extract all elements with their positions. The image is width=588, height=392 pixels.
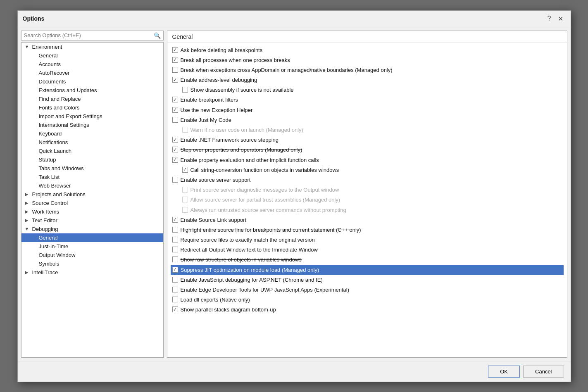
- tree-item-general-env[interactable]: General: [21, 51, 163, 60]
- checkbox-opt26[interactable]: [172, 297, 178, 302]
- tree-item-extensions-updates[interactable]: Extensions and Updates: [21, 86, 163, 95]
- tree-item-intellitrace[interactable]: ▶IntelliTrace: [21, 268, 163, 277]
- tree-item-just-in-time[interactable]: Just-In-Time: [21, 242, 163, 251]
- checkbox-opt7[interactable]: [172, 107, 178, 113]
- tree-item-find-replace[interactable]: Find and Replace: [21, 95, 163, 103]
- tree-label-debugging: Debugging: [32, 226, 58, 232]
- checkbox-opt27[interactable]: [172, 306, 178, 312]
- option-label-opt5: Show disassembly if source is not availa…: [190, 86, 294, 94]
- option-item-opt20[interactable]: Require source files to exactly match th…: [171, 235, 564, 245]
- option-item-opt14[interactable]: Enable source server support: [171, 175, 564, 185]
- checkbox-opt1[interactable]: [172, 47, 178, 53]
- tree-label-just-in-time: Just-In-Time: [39, 243, 69, 249]
- search-icon: 🔍: [154, 32, 161, 39]
- tree-item-accounts[interactable]: Accounts: [21, 60, 163, 69]
- tree-item-task-list[interactable]: Task List: [21, 173, 163, 181]
- checkbox-opt24[interactable]: [172, 277, 178, 283]
- checkbox-opt14[interactable]: [172, 177, 178, 183]
- checkbox-opt25[interactable]: [172, 287, 178, 292]
- tree-item-environment[interactable]: ▼Environment: [21, 43, 163, 51]
- checkbox-opt9[interactable]: [182, 127, 188, 133]
- option-item-opt25[interactable]: Enable Edge Developer Tools for UWP Java…: [171, 285, 564, 295]
- tree-item-projects-solutions[interactable]: ▶Projects and Solutions: [21, 190, 163, 199]
- option-item-opt5[interactable]: Show disassembly if source is not availa…: [171, 85, 564, 95]
- ok-button[interactable]: OK: [488, 366, 520, 378]
- cancel-button[interactable]: Cancel: [523, 366, 564, 378]
- checkbox-opt5[interactable]: [182, 87, 188, 93]
- checkbox-opt12[interactable]: [172, 157, 178, 163]
- option-item-opt7[interactable]: Use the new Exception Helper: [171, 105, 564, 115]
- option-item-opt18[interactable]: Enable Source Link support: [171, 215, 564, 225]
- option-label-opt12: Enable property evaluation and other imp…: [181, 157, 319, 164]
- tree-container[interactable]: ▼EnvironmentGeneralAccountsAutoRecoverDo…: [21, 42, 164, 358]
- checkbox-opt2[interactable]: [172, 57, 178, 63]
- checkbox-opt20[interactable]: [172, 237, 178, 242]
- tree-item-general-debug[interactable]: General: [21, 233, 163, 242]
- tree-item-keyboard[interactable]: Keyboard: [21, 129, 163, 138]
- option-item-opt15[interactable]: Print source server diagnostic messages …: [171, 185, 564, 195]
- checkbox-opt8[interactable]: [172, 117, 178, 123]
- close-button[interactable]: ✕: [555, 14, 566, 24]
- search-box[interactable]: 🔍: [21, 31, 164, 40]
- option-label-opt3: Break when exceptions cross AppDomain or…: [181, 67, 393, 74]
- tree-item-fonts-colors[interactable]: Fonts and Colors: [21, 103, 163, 112]
- option-item-opt23[interactable]: Suppress JIT optimization on module load…: [171, 265, 564, 275]
- checkbox-opt13[interactable]: [182, 167, 188, 173]
- option-item-opt16[interactable]: Allow source server for partial trust as…: [171, 195, 564, 205]
- checkbox-opt4[interactable]: [172, 77, 178, 83]
- option-item-opt4[interactable]: Enable address-level debugging: [171, 75, 564, 85]
- option-item-opt22[interactable]: Show raw structure of objects in variabl…: [171, 255, 564, 265]
- checkbox-opt23[interactable]: [172, 267, 178, 273]
- tree-item-source-control[interactable]: ▶Source Control: [21, 199, 163, 207]
- dialog-footer: OK Cancel: [18, 361, 571, 382]
- option-item-opt1[interactable]: Ask before deleting all breakpoints: [171, 45, 564, 55]
- checkbox-opt3[interactable]: [172, 67, 178, 73]
- checkbox-opt16[interactable]: [182, 197, 188, 202]
- option-item-opt6[interactable]: Enable breakpoint filters: [171, 95, 564, 105]
- tree-item-import-export[interactable]: Import and Export Settings: [21, 112, 163, 121]
- checkbox-opt17[interactable]: [182, 207, 188, 213]
- checkbox-opt22[interactable]: [172, 257, 178, 262]
- tree-item-work-items[interactable]: ▶Work Items: [21, 207, 163, 216]
- checkbox-opt6[interactable]: [172, 97, 178, 102]
- tree-item-autorecover[interactable]: AutoRecover: [21, 69, 163, 77]
- option-item-opt11[interactable]: Step over properties and operators (Mana…: [171, 145, 564, 155]
- option-item-opt24[interactable]: Enable JavaScript debugging for ASP.NET …: [171, 275, 564, 285]
- option-item-opt10[interactable]: Enable .NET Framework source stepping: [171, 135, 564, 145]
- tree-item-web-browser[interactable]: Web Browser: [21, 181, 163, 190]
- tree-item-output-window[interactable]: Output Window: [21, 251, 163, 259]
- search-input[interactable]: [24, 32, 152, 38]
- checkbox-opt11[interactable]: [172, 147, 178, 152]
- option-item-opt26[interactable]: Load dll exports (Native only): [171, 295, 564, 305]
- option-item-opt9[interactable]: Warn if no user code on launch (Managed …: [171, 125, 564, 135]
- checkbox-opt15[interactable]: [182, 187, 188, 192]
- options-list[interactable]: Ask before deleting all breakpointsBreak…: [167, 43, 567, 357]
- option-item-opt19[interactable]: Highlight entire source line for breakpo…: [171, 225, 564, 235]
- checkbox-opt21[interactable]: [172, 247, 178, 252]
- tree-item-notifications[interactable]: Notifications: [21, 138, 163, 147]
- tree-item-international[interactable]: International Settings: [21, 121, 163, 129]
- option-label-opt20: Require source files to exactly match th…: [181, 236, 315, 244]
- help-button[interactable]: ?: [545, 14, 554, 23]
- option-item-opt17[interactable]: Always run untrusted source server comma…: [171, 205, 564, 215]
- option-item-opt13[interactable]: Call string-conversion function on objec…: [171, 165, 564, 175]
- tree-item-documents[interactable]: Documents: [21, 77, 163, 86]
- option-item-opt21[interactable]: Redirect all Output Window text to the I…: [171, 245, 564, 255]
- checkbox-opt18[interactable]: [172, 217, 178, 223]
- checkbox-opt10[interactable]: [172, 137, 178, 143]
- option-item-opt8[interactable]: Enable Just My Code: [171, 115, 564, 125]
- option-label-opt4: Enable address-level debugging: [181, 76, 257, 84]
- tree-item-symbols[interactable]: Symbols: [21, 259, 163, 268]
- checkbox-opt19[interactable]: [172, 227, 178, 233]
- tree-item-tabs-windows[interactable]: Tabs and Windows: [21, 164, 163, 173]
- option-item-opt27[interactable]: Show parallel stacks diagram bottom-up: [171, 305, 564, 315]
- option-item-opt12[interactable]: Enable property evaluation and other imp…: [171, 155, 564, 165]
- tree-item-quick-launch[interactable]: Quick Launch: [21, 147, 163, 155]
- option-label-opt23: Suppress JIT optimization on module load…: [181, 266, 319, 274]
- tree-item-debugging[interactable]: ▼Debugging: [21, 225, 163, 233]
- option-label-opt10: Enable .NET Framework source stepping: [181, 136, 279, 144]
- option-item-opt2[interactable]: Break all processes when one process bre…: [171, 55, 564, 65]
- option-item-opt3[interactable]: Break when exceptions cross AppDomain or…: [171, 65, 564, 75]
- tree-item-text-editor[interactable]: ▶Text Editor: [21, 216, 163, 225]
- tree-item-startup[interactable]: Startup: [21, 155, 163, 164]
